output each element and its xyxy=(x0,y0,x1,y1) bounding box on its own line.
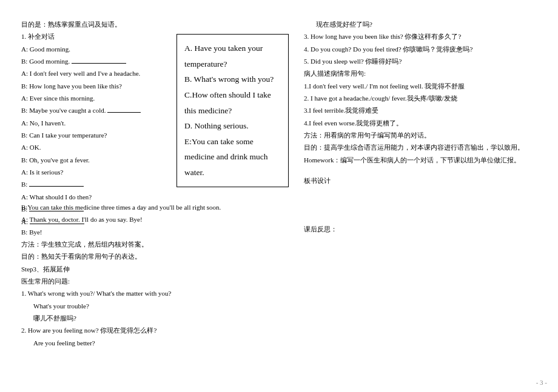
right-line: 现在感觉好些了吗? xyxy=(304,18,534,30)
blank-field[interactable] xyxy=(29,180,84,187)
blank-field[interactable] xyxy=(72,57,126,64)
dialogue-line: B: Can I take your temperature? xyxy=(21,129,173,141)
right-line: 3. How long have you been like this? 你像这… xyxy=(304,30,534,42)
option-e: E:You can take some medicine and drink m… xyxy=(184,134,281,181)
dialogue-line: A: Thank you, doctor. I'll do as you say… xyxy=(21,213,288,225)
right-line: 5. Did you sleep well? 你睡得好吗? xyxy=(304,55,534,67)
question-line: 1. What's wrong with you?/ What's the ma… xyxy=(21,287,288,299)
dialogue-line: A: Is it serious? xyxy=(21,166,173,178)
question-line: What's your trouble? xyxy=(21,300,288,312)
right-line: 2. I have got a headache./cough/ fever.我… xyxy=(304,92,534,104)
dialogue-line: B: Oh, you've got a fever. xyxy=(21,154,173,166)
dialogue-line: B: xyxy=(21,178,173,190)
dialogue-text: B: xyxy=(21,181,27,188)
dialogue-line: A: OK. xyxy=(21,141,173,153)
right-line: 目的：提高学生综合语言运用能力，对本课内容进行语言输出，学以致用。 xyxy=(304,141,534,153)
option-a: A. Have you taken your temperature? xyxy=(184,41,281,71)
step-heading: Step3、拓展延伸 xyxy=(21,263,288,275)
right-line: 1.I don't feel very well./ I'm not feeli… xyxy=(304,80,534,92)
blank-field[interactable] xyxy=(107,106,141,113)
right-column: 现在感觉好些了吗? 3. How long have you been like… xyxy=(304,18,534,236)
right-line: 3.I feel terrible.我觉得难受 xyxy=(304,104,534,116)
dialogue-text: B: Maybe you've caught a cold. xyxy=(21,107,106,114)
right-line: 4. Do you cough? Do you feel tired? 你咳嗽吗… xyxy=(304,43,534,55)
option-d: D. Nothing serious. xyxy=(184,118,281,134)
right-line: 4.I feel even worse.我觉得更糟了。 xyxy=(304,117,534,129)
purpose-line: 目的：熟知关于看病的常用句子的表达。 xyxy=(21,250,288,262)
option-b: B. What's wrong with you? xyxy=(184,71,281,87)
lower-left-block: B:You can take this medicine three times… xyxy=(21,201,288,349)
right-line: Homework：编写一个医生和病人的一个对话，下节课以组为单位做汇报。 xyxy=(304,154,534,166)
page-number: - 3 - xyxy=(536,379,547,386)
dialogue-line: B:You can take this medicine three times… xyxy=(21,201,288,213)
subheading: 医生常用的问题: xyxy=(21,275,288,287)
option-c: C.How often should I take this medicine? xyxy=(184,87,281,118)
right-line: 病人描述病情常用句: xyxy=(304,67,534,79)
dialogue-line: A: Ever since this morning. xyxy=(21,92,173,104)
method-line: 方法：学生独立完成，然后组内核对答案。 xyxy=(21,238,288,250)
purpose-line: 目的是：熟练掌握重点词及短语。 xyxy=(21,18,173,30)
right-line: 方法：用看病的常用句子编写简单的对话。 xyxy=(304,129,534,141)
reflection-heading: 课后反思： xyxy=(304,223,534,235)
dialogue-line: A: Good morning. xyxy=(21,43,173,55)
board-design-heading: 板书设计 xyxy=(304,174,534,187)
dialogue-line: A: I don't feel very well and I've a hea… xyxy=(21,67,173,79)
dialogue-line: A: No, I haven't. xyxy=(21,117,173,129)
options-box: A. Have you taken your temperature? B. W… xyxy=(176,34,289,187)
question-line: 2. How are you feeling now? 你现在觉得怎么样? xyxy=(21,324,288,336)
dialogue-line: B: Maybe you've caught a cold. xyxy=(21,104,173,116)
dialogue-line: B: Good morning. xyxy=(21,55,173,67)
dialogue-line: B: How long have you been like this? xyxy=(21,80,173,92)
question-line: Are you feeling better? xyxy=(21,337,288,349)
dialogue-line: B: Bye! xyxy=(21,226,288,238)
dialogue-text: B: Good morning. xyxy=(21,58,70,65)
question-line: 哪儿不舒服吗? xyxy=(21,312,288,324)
task-title: 1. 补全对话 xyxy=(21,30,173,42)
